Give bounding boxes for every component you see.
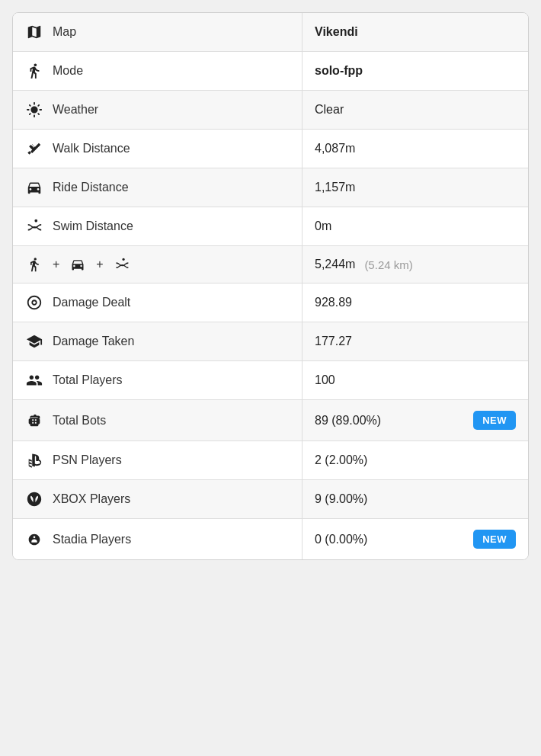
label-text-damage-taken: Damage Taken: [53, 335, 134, 348]
plus-1: +: [53, 258, 59, 271]
value-col-total-distance: 5,244m(5.24 km): [303, 246, 528, 283]
label-text-weather: Weather: [53, 103, 98, 117]
value-text-walk-distance: 4,087m: [315, 142, 355, 155]
value-text-stadia-players: 0 (0.00%): [315, 533, 367, 546]
value-text-total-bots: 89 (89.00%): [315, 414, 381, 428]
group-icon: [25, 372, 43, 389]
robot-icon: [25, 412, 43, 429]
table-row-total-distance: + + 5,244m(5.24 km): [13, 246, 528, 284]
table-row-map: MapVikendi: [13, 13, 528, 52]
table-row-damage-dealt: Damage Dealt928.89: [13, 284, 528, 322]
value-col-swim-distance: 0m: [303, 207, 528, 245]
map-icon: [25, 24, 43, 40]
value-col-map: Vikendi: [303, 13, 528, 51]
label-col-total-distance: + +: [13, 246, 303, 283]
plus-2: +: [96, 258, 103, 271]
label-col-psn-players: PSN Players: [13, 441, 303, 479]
table-row-stadia-players: Stadia Players0 (0.00%)NEW: [13, 519, 528, 559]
label-col-walk-distance: Walk Distance: [13, 130, 303, 168]
value-text-total-distance: 5,244m: [315, 258, 355, 271]
walk-icon: [25, 257, 43, 272]
swim-icon: [113, 257, 131, 272]
label-col-total-bots: Total Bots: [13, 400, 303, 440]
table-row-ride-distance: Ride Distance1,157m: [13, 168, 528, 207]
label-text-xbox-players: XBOX Players: [53, 492, 130, 506]
value-col-weather: Clear: [303, 91, 528, 129]
table-row-total-players: Total Players100: [13, 361, 528, 400]
value-col-damage-dealt: 928.89: [303, 284, 528, 322]
damage-taken-icon: [25, 333, 43, 350]
new-badge: NEW: [473, 530, 516, 549]
psn-icon: [25, 452, 43, 469]
label-col-swim-distance: Swim Distance: [13, 207, 303, 245]
label-col-total-players: Total Players: [13, 361, 303, 399]
value-col-xbox-players: 9 (9.00%): [303, 480, 528, 518]
table-row-swim-distance: Swim Distance0m: [13, 207, 528, 246]
value-col-walk-distance: 4,087m: [303, 130, 528, 168]
value-col-ride-distance: 1,157m: [303, 168, 528, 207]
stadia-icon: [25, 531, 43, 548]
label-text-walk-distance: Walk Distance: [53, 142, 130, 155]
new-badge: NEW: [473, 411, 516, 430]
xbox-icon: [25, 491, 43, 508]
walk-icon: [25, 62, 43, 79]
table-row-xbox-players: XBOX Players9 (9.00%): [13, 480, 528, 519]
value-col-psn-players: 2 (2.00%): [303, 441, 528, 479]
label-text-swim-distance: Swim Distance: [53, 219, 133, 233]
value-col-total-bots: 89 (89.00%)NEW: [303, 400, 528, 440]
value-text-ride-distance: 1,157m: [315, 181, 355, 194]
value-text-weather: Clear: [315, 103, 344, 117]
value-text-damage-taken: 177.27: [315, 335, 352, 348]
target-icon: [25, 294, 43, 311]
label-text-damage-dealt: Damage Dealt: [53, 296, 130, 309]
value-text-map: Vikendi: [315, 25, 358, 39]
table-row-mode: Modesolo-fpp: [13, 52, 528, 91]
label-text-ride-distance: Ride Distance: [53, 181, 129, 194]
table-row-walk-distance: Walk Distance4,087m: [13, 130, 528, 168]
label-col-ride-distance: Ride Distance: [13, 168, 303, 207]
label-col-damage-taken: Damage Taken: [13, 322, 303, 360]
value-col-mode: solo-fpp: [303, 52, 528, 90]
value-col-stadia-players: 0 (0.00%)NEW: [303, 519, 528, 559]
car-icon: [25, 179, 43, 196]
table-row-psn-players: PSN Players2 (2.00%): [13, 441, 528, 480]
label-col-map: Map: [13, 13, 303, 51]
value-text-xbox-players: 9 (9.00%): [315, 492, 367, 506]
label-col-damage-dealt: Damage Dealt: [13, 284, 303, 322]
value-text-damage-dealt: 928.89: [315, 296, 352, 309]
label-text-psn-players: PSN Players: [53, 453, 122, 467]
label-col-xbox-players: XBOX Players: [13, 480, 303, 518]
label-text-total-bots: Total Bots: [53, 414, 106, 428]
value-text-psn-players: 2 (2.00%): [315, 453, 367, 467]
value-text-swim-distance: 0m: [315, 219, 331, 233]
value-muted-total-distance: (5.24 km): [364, 258, 412, 271]
label-text-map: Map: [53, 25, 76, 39]
value-col-total-players: 100: [303, 361, 528, 399]
value-text-mode: solo-fpp: [315, 64, 363, 78]
label-text-mode: Mode: [53, 64, 83, 78]
label-text-total-players: Total Players: [53, 373, 123, 387]
label-col-stadia-players: Stadia Players: [13, 519, 303, 559]
stats-table: MapVikendiModesolo-fppWeatherClearWalk D…: [12, 12, 529, 560]
label-col-weather: Weather: [13, 91, 303, 129]
table-row-weather: WeatherClear: [13, 91, 528, 130]
swim-icon: [25, 218, 43, 235]
label-col-mode: Mode: [13, 52, 303, 90]
ruler-icon: [25, 140, 43, 157]
label-text-stadia-players: Stadia Players: [53, 533, 131, 546]
car-icon: [69, 257, 87, 272]
sun-icon: [25, 101, 43, 118]
value-col-damage-taken: 177.27: [303, 322, 528, 360]
value-text-total-players: 100: [315, 373, 335, 387]
table-row-damage-taken: Damage Taken177.27: [13, 322, 528, 361]
table-row-total-bots: Total Bots89 (89.00%)NEW: [13, 400, 528, 441]
